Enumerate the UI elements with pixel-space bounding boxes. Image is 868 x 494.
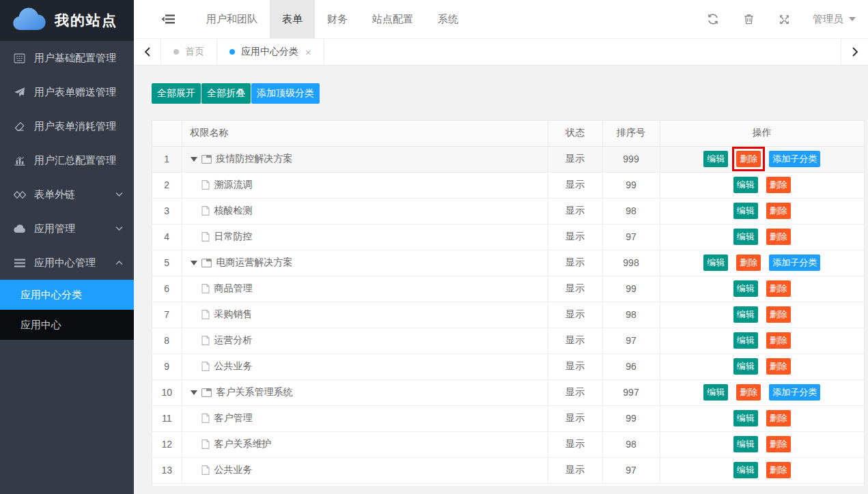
cloud-icon (13, 223, 26, 235)
sidebar-item[interactable]: 应用中心管理 (0, 246, 134, 280)
add-child-category-button[interactable]: 添加子分类 (769, 384, 820, 401)
toolbar: 全部展开 全部折叠 添加顶级分类 (152, 83, 868, 104)
tabs-scroll-left-icon[interactable] (134, 39, 161, 65)
row-index: 8 (152, 328, 182, 353)
category-name: 疫情防控解决方案 (216, 153, 293, 165)
table-row: 12客户关系维护显示98编辑删除 (152, 431, 864, 457)
delete-button[interactable]: 删除 (766, 177, 791, 193)
logo: 我的站点 (0, 0, 134, 41)
sidebar-item-label: 用户基础配置管理 (34, 52, 116, 65)
row-index: 3 (152, 198, 182, 224)
collapse-arrow-icon[interactable] (191, 261, 197, 265)
edit-button[interactable]: 编辑 (733, 306, 758, 323)
add-child-category-button[interactable]: 添加子分类 (769, 255, 820, 271)
top-nav-item[interactable]: 表单 (270, 0, 315, 38)
top-nav-item[interactable]: 用户和团队 (194, 0, 270, 38)
edit-button[interactable]: 编辑 (733, 436, 758, 452)
add-top-category-button[interactable]: 添加顶级分类 (251, 83, 320, 104)
caret-down-icon (849, 17, 856, 21)
category-name: 客户管理 (214, 412, 253, 424)
delete-button[interactable]: 删除 (766, 436, 791, 452)
edit-button[interactable]: 编辑 (733, 332, 758, 349)
row-index: 9 (152, 353, 182, 379)
page-tab[interactable]: 首页 (161, 39, 217, 65)
row-actions: 编辑删除 (660, 462, 865, 478)
collapse-arrow-icon[interactable] (191, 390, 197, 395)
add-child-category-button[interactable]: 添加子分类 (769, 151, 820, 167)
row-index: 2 (152, 172, 182, 198)
edit-button[interactable]: 编辑 (703, 255, 728, 271)
delete-button[interactable]: 删除 (736, 255, 761, 271)
file-icon (201, 413, 210, 423)
top-nav-item[interactable]: 站点配置 (360, 0, 425, 38)
sidebar-item[interactable]: 用户表单消耗管理 (0, 109, 134, 143)
category-name: 公共业务 (214, 360, 253, 373)
sidebar-menu: 用户基础配置管理用户表单赠送管理用户表单消耗管理用户汇总配置管理表单外链应用管理… (0, 41, 134, 280)
row-status: 显示 (548, 250, 602, 276)
collapse-arrow-icon[interactable] (191, 157, 197, 162)
sidebar-item[interactable]: 应用管理 (0, 212, 134, 246)
delete-button[interactable]: 删除 (736, 384, 761, 401)
row-sort: 997 (602, 379, 660, 405)
sidebar-subitem[interactable]: 应用中心分类 (0, 280, 134, 310)
top-nav-item[interactable]: 财务 (315, 0, 360, 38)
chevron-down-icon (115, 226, 123, 231)
edit-button[interactable]: 编辑 (733, 358, 758, 375)
edit-button[interactable]: 编辑 (733, 203, 758, 219)
tab-dot-icon (173, 49, 179, 55)
collapse-all-button[interactable]: 全部折叠 (201, 83, 251, 104)
row-actions: 编辑删除 (660, 410, 865, 426)
delete-button[interactable]: 删除 (766, 203, 791, 219)
refresh-icon[interactable] (706, 12, 720, 26)
delete-button[interactable]: 删除 (766, 410, 791, 426)
edit-button[interactable]: 编辑 (703, 151, 728, 167)
delete-button[interactable]: 删除 (766, 332, 791, 349)
delete-button[interactable]: 删除 (766, 280, 791, 297)
file-icon (201, 206, 210, 216)
sidebar-item[interactable]: 表单外链 (0, 177, 134, 212)
table-row: 9公共业务显示96编辑删除 (152, 353, 864, 379)
tab-close-icon[interactable]: × (305, 47, 311, 57)
delete-button[interactable]: 删除 (736, 151, 761, 167)
sidebar-item-label: 应用管理 (34, 222, 75, 235)
sidebar-item[interactable]: 用户基础配置管理 (0, 41, 134, 75)
expand-all-button[interactable]: 全部展开 (152, 83, 201, 104)
delete-button[interactable]: 删除 (766, 306, 791, 323)
fullscreen-icon[interactable] (777, 12, 791, 26)
sidebar-item[interactable]: 用户汇总配置管理 (0, 143, 134, 177)
edit-button[interactable]: 编辑 (733, 177, 758, 193)
sidebar-item[interactable]: 用户表单赠送管理 (0, 75, 134, 109)
page-tab[interactable]: 应用中心分类× (217, 39, 324, 65)
sidebar-subitem[interactable]: 应用中心 (0, 310, 134, 340)
tabs-scroll-right-icon[interactable] (841, 39, 868, 65)
delete-button[interactable]: 删除 (766, 229, 791, 245)
list-icon (13, 257, 26, 269)
edit-button[interactable]: 编辑 (703, 384, 728, 401)
folder-icon (201, 259, 212, 267)
tab-label: 应用中心分类 (241, 46, 298, 58)
user-menu[interactable]: 管理员 (813, 13, 856, 26)
top-nav-item[interactable]: 系统 (425, 0, 471, 38)
edit-button[interactable]: 编辑 (733, 229, 758, 245)
row-sort: 99 (602, 405, 660, 431)
delete-button[interactable]: 删除 (766, 358, 791, 375)
sidebar-collapse-icon[interactable] (161, 0, 176, 38)
edit-button[interactable]: 编辑 (733, 410, 758, 426)
file-icon (201, 180, 210, 190)
row-sort: 98 (602, 302, 660, 328)
trash-icon[interactable] (742, 12, 755, 26)
chart-icon (13, 155, 26, 166)
edit-button[interactable]: 编辑 (733, 280, 758, 297)
row-status: 显示 (548, 431, 602, 457)
row-status: 显示 (548, 224, 602, 250)
top-nav: 用户和团队表单财务站点配置系统 (194, 0, 471, 38)
table-header-row: 权限名称 状态 排序号 操作 (152, 121, 864, 146)
delete-button[interactable]: 删除 (766, 462, 791, 478)
edit-button[interactable]: 编辑 (733, 462, 758, 478)
sidebar-submenu: 应用中心分类应用中心 (0, 280, 134, 340)
user-name: 管理员 (813, 13, 843, 26)
category-name: 客户关系管理系统 (216, 386, 293, 398)
grid-icon (13, 53, 26, 64)
row-actions: 编辑删除 (660, 358, 865, 375)
header-name: 权限名称 (182, 121, 548, 146)
